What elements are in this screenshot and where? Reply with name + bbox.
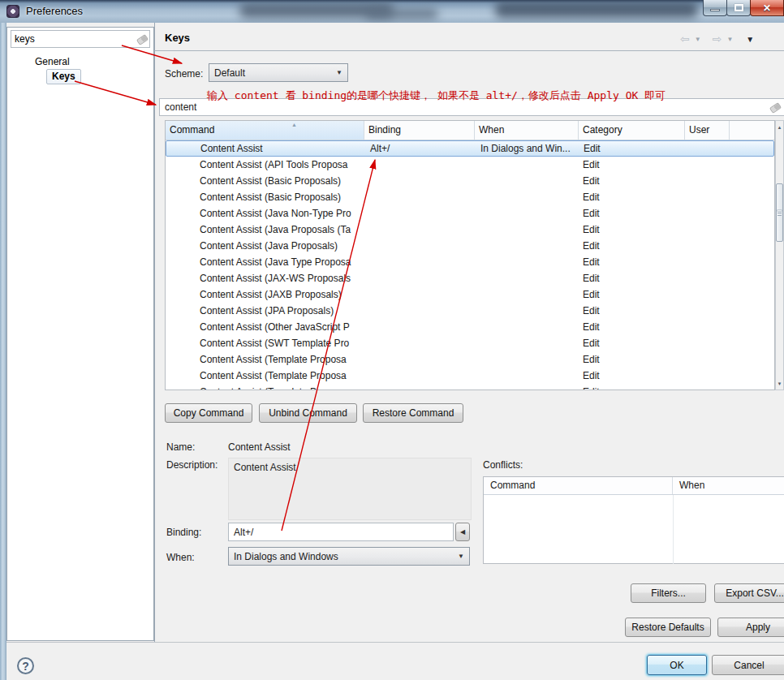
scheme-dropdown[interactable]: Default ▼: [209, 63, 348, 82]
table-row[interactable]: Content Assist (Template ProposaEdit: [166, 351, 774, 368]
table-cell: [364, 384, 475, 390]
table-cell: Content Assist (Java Proposals): [166, 238, 364, 254]
panel-divider: [154, 23, 155, 642]
binding-options-button[interactable]: ◀: [455, 523, 470, 541]
table-row[interactable]: Content Assist (Java Proposals (TaEdit: [166, 222, 774, 238]
maximize-icon: [734, 4, 743, 11]
copy-command-button[interactable]: Copy Command: [165, 403, 252, 423]
table-row[interactable]: Content Assist (Java Proposals)Edit: [166, 238, 774, 254]
cancel-button[interactable]: Cancel: [712, 655, 784, 675]
restore-command-button[interactable]: Restore Command: [363, 403, 463, 423]
column-header-category[interactable]: Category: [579, 121, 685, 140]
column-header-filler: [730, 121, 774, 140]
when-dropdown[interactable]: In Dialogs and Windows ▼: [228, 547, 470, 566]
scrollbar-thumb[interactable]: [776, 183, 783, 242]
table-cell: [364, 222, 475, 238]
minimize-button[interactable]: [703, 0, 727, 16]
table-row[interactable]: Content Assist (Template ProposaEdit: [166, 368, 774, 384]
table-cell: [364, 189, 475, 205]
table-cell: [475, 384, 579, 390]
table-cell: [364, 254, 475, 270]
key-table-body: Content AssistAlt+/In Dialogs and Win...…: [166, 140, 774, 390]
table-cell: Content Assist (Basic Proposals): [166, 173, 364, 189]
table-cell: [475, 222, 579, 238]
table-cell: Content Assist (Java Non-Type Pro: [166, 205, 364, 222]
export-csv-button[interactable]: Export CSV...: [714, 583, 784, 603]
table-row[interactable]: Content Assist (JAX-WS ProposalsEdit: [166, 270, 774, 286]
column-header-when[interactable]: When: [475, 121, 579, 140]
table-cell: Content Assist (JAX-WS Proposals: [166, 270, 364, 286]
table-cell: [364, 238, 475, 254]
table-row[interactable]: Content Assist (Other JavaScript PEdit: [166, 319, 774, 335]
table-row[interactable]: Content Assist (Java Type ProposaEdit: [166, 254, 774, 270]
scroll-up-icon[interactable]: ▲: [776, 121, 783, 133]
table-row[interactable]: Content Assist (Basic Proposals)Edit: [166, 189, 774, 205]
forward-arrow-icon[interactable]: ⇨: [713, 32, 722, 45]
table-cell: [475, 286, 579, 303]
column-header-binding[interactable]: Binding: [364, 121, 475, 140]
table-cell: Content Assist (JAXB Proposals): [166, 286, 364, 303]
table-cell: Content Assist (Other JavaScript P: [166, 319, 364, 335]
table-cell: Content Assist: [166, 140, 365, 157]
table-row[interactable]: Content AssistAlt+/In Dialogs and Win...…: [166, 140, 774, 157]
table-cell: Edit: [579, 303, 685, 319]
sort-ascending-icon: ▲: [291, 122, 297, 127]
table-row[interactable]: Content Assist (JAXB Proposals)Edit: [166, 286, 774, 303]
table-cell: [475, 254, 579, 270]
help-button[interactable]: ?: [17, 657, 34, 674]
table-scrollbar[interactable]: ▲ ▼: [775, 120, 784, 390]
table-cell: Edit: [579, 335, 685, 351]
conflicts-column-command[interactable]: Command: [484, 477, 673, 494]
clear-filter-icon[interactable]: [769, 102, 779, 113]
table-cell: Content Assist (JPA Proposals): [166, 303, 364, 319]
preferences-dialog: keys General Keys Keys ⇦▼ ⇨▼ ▼ Scheme: D…: [6, 23, 784, 680]
binding-input[interactable]: Alt+/: [228, 523, 454, 541]
header-separator: [154, 50, 784, 51]
table-cell: Edit: [579, 384, 685, 390]
ok-button[interactable]: OK: [647, 655, 707, 675]
scheme-value: Default: [214, 67, 245, 79]
table-cell: Alt+/: [365, 140, 476, 157]
filters-button[interactable]: Filters...: [631, 583, 706, 603]
table-row[interactable]: Content Assist (Template ProposaEdit: [166, 384, 774, 390]
table-cell: Content Assist (Template Proposa: [166, 384, 364, 390]
table-row[interactable]: Content Assist (Java Non-Type ProEdit: [166, 205, 774, 222]
title-bar[interactable]: Preferences ✕: [0, 0, 784, 23]
tree-item-general[interactable]: General: [32, 54, 73, 69]
table-cell: [475, 335, 579, 351]
table-cell: [364, 303, 475, 319]
table-row[interactable]: Content Assist (JPA Proposals)Edit: [166, 303, 774, 319]
view-menu-icon[interactable]: ▼: [746, 35, 754, 44]
when-label: When:: [166, 552, 195, 563]
close-icon: ✕: [763, 2, 771, 14]
binding-label: Binding:: [166, 527, 201, 538]
table-cell: [364, 368, 475, 384]
chevron-down-icon: ▼: [458, 553, 464, 560]
background-blur: [365, 8, 438, 19]
table-cell: In Dialogs and Win...: [476, 140, 579, 157]
restore-defaults-button[interactable]: Restore Defaults: [625, 618, 711, 637]
close-button[interactable]: ✕: [750, 0, 784, 16]
conflicts-column-when[interactable]: When: [673, 477, 711, 494]
table-row[interactable]: Content Assist (Basic Proposals)Edit: [166, 173, 774, 189]
maximize-button[interactable]: [726, 0, 751, 16]
scroll-down-icon[interactable]: ▼: [776, 377, 783, 389]
column-header-user[interactable]: User: [685, 121, 730, 140]
unbind-command-button[interactable]: Unbind Command: [259, 403, 357, 423]
back-arrow-icon[interactable]: ⇦: [680, 32, 690, 45]
preferences-app-icon: [6, 5, 19, 18]
column-header-command[interactable]: Command▲: [166, 121, 364, 140]
description-label: Description:: [166, 459, 218, 471]
table-row[interactable]: Content Assist (SWT Template ProEdit: [166, 335, 774, 351]
name-label: Name:: [166, 441, 195, 453]
table-row[interactable]: Content Assist (API Tools ProposaEdit: [166, 157, 774, 173]
name-value: Content Assist: [228, 441, 291, 453]
tree-item-keys[interactable]: Keys: [46, 69, 81, 84]
apply-button[interactable]: Apply: [717, 618, 784, 637]
back-dropdown-icon[interactable]: ▼: [695, 36, 701, 43]
tree-filter-input[interactable]: keys: [11, 30, 150, 48]
table-cell: Edit: [579, 157, 685, 173]
clear-filter-icon[interactable]: [136, 34, 146, 45]
forward-dropdown-icon[interactable]: ▼: [726, 36, 733, 43]
table-cell: Edit: [579, 205, 685, 222]
